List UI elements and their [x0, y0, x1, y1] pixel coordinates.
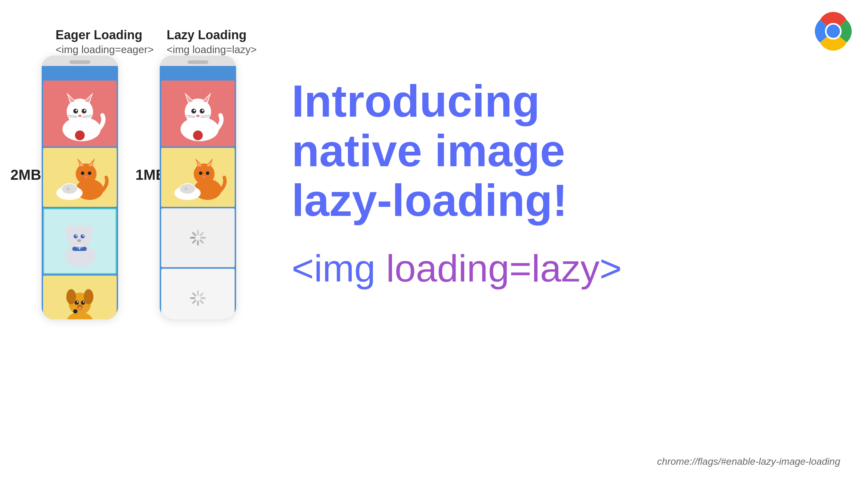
phone-topbar-eager — [42, 66, 118, 79]
card-cat-eager — [43, 81, 117, 146]
svg-line-98 — [193, 293, 195, 296]
phone-speaker-eager — [69, 60, 90, 64]
card-dog-yellow-eager — [43, 276, 117, 319]
svg-point-49 — [77, 301, 78, 303]
svg-point-10 — [82, 109, 86, 113]
svg-point-62 — [194, 110, 195, 111]
svg-line-17 — [83, 117, 92, 117]
code-tag-line: <img loading=lazy> — [292, 246, 778, 290]
svg-line-84 — [200, 233, 203, 235]
phone-speaker-lazy — [187, 60, 208, 64]
svg-line-86 — [200, 240, 203, 243]
svg-point-31 — [66, 187, 70, 191]
svg-point-39 — [83, 235, 84, 236]
intro-heading: Introducing native image lazy-loading! — [292, 76, 778, 225]
svg-point-25 — [81, 171, 84, 175]
lazy-phone — [160, 56, 236, 319]
svg-point-78 — [203, 176, 206, 178]
svg-point-76 — [199, 171, 202, 175]
svg-line-96 — [193, 301, 195, 303]
phone-cards-eager — [42, 79, 118, 319]
phone-topbar-lazy — [160, 66, 236, 79]
phone-cards-lazy — [160, 79, 236, 319]
svg-point-60 — [191, 109, 196, 113]
svg-point-2 — [827, 25, 840, 38]
phone-screen-eager — [42, 66, 118, 319]
code-tag-open: <img — [292, 247, 386, 289]
svg-point-37 — [81, 234, 85, 238]
card-cat-lazy — [161, 81, 235, 146]
svg-line-94 — [200, 301, 203, 303]
eager-title: Eager Loading — [56, 28, 154, 42]
svg-point-40 — [77, 239, 81, 242]
svg-point-48 — [81, 301, 85, 305]
eager-phone — [42, 56, 118, 319]
svg-point-46 — [84, 289, 93, 304]
svg-point-47 — [75, 301, 79, 305]
svg-line-15 — [68, 117, 77, 117]
card-orange-cat-eager — [43, 148, 117, 207]
svg-point-42 — [79, 248, 80, 250]
svg-line-88 — [193, 240, 195, 243]
phone-screen-lazy — [160, 66, 236, 319]
eager-code: <img loading=eager> — [56, 44, 154, 56]
intro-line2: native image — [292, 125, 565, 176]
chrome-logo — [812, 10, 854, 52]
svg-point-45 — [66, 289, 76, 304]
svg-point-11 — [76, 110, 77, 111]
intro-line3: lazy-loading! — [292, 175, 567, 226]
svg-point-77 — [206, 171, 209, 175]
svg-point-53 — [73, 309, 77, 313]
svg-point-82 — [184, 187, 188, 191]
svg-point-9 — [73, 109, 78, 113]
svg-point-20 — [76, 163, 97, 184]
code-tag-attr: loading=lazy — [386, 247, 600, 289]
code-tag-close: > — [600, 247, 622, 289]
card-dog-blue-eager — [43, 208, 117, 274]
svg-line-66 — [186, 117, 195, 117]
svg-point-18 — [75, 131, 85, 140]
lazy-title: Lazy Loading — [167, 28, 257, 42]
card-spinner-2-lazy — [161, 269, 235, 319]
eager-loading-label: Eager Loading <img loading=eager> — [56, 28, 154, 56]
svg-line-90 — [193, 233, 195, 235]
svg-point-63 — [202, 110, 204, 111]
url-line: chrome://flags/#enable-lazy-image-loadin… — [657, 456, 840, 467]
right-section: Introducing native image lazy-loading! <… — [292, 76, 778, 290]
svg-point-38 — [76, 235, 77, 236]
svg-point-12 — [84, 110, 86, 111]
svg-point-61 — [200, 109, 205, 113]
svg-point-71 — [194, 163, 215, 184]
lazy-code: <img loading=lazy> — [167, 44, 257, 56]
svg-point-52 — [78, 307, 82, 309]
card-orange-cat-lazy — [161, 148, 235, 207]
svg-point-13 — [78, 115, 82, 117]
svg-point-36 — [74, 234, 78, 238]
svg-point-26 — [88, 171, 91, 175]
svg-line-68 — [201, 117, 210, 117]
lazy-loading-label: Lazy Loading <img loading=lazy> — [167, 28, 257, 56]
card-spinner-1-lazy — [161, 208, 235, 267]
svg-line-92 — [200, 293, 203, 296]
size-eager: 2MB — [10, 167, 41, 183]
svg-point-69 — [193, 131, 203, 140]
svg-point-64 — [196, 115, 200, 117]
intro-line1: Introducing — [292, 76, 540, 126]
svg-point-27 — [85, 176, 87, 178]
svg-point-50 — [83, 301, 84, 303]
